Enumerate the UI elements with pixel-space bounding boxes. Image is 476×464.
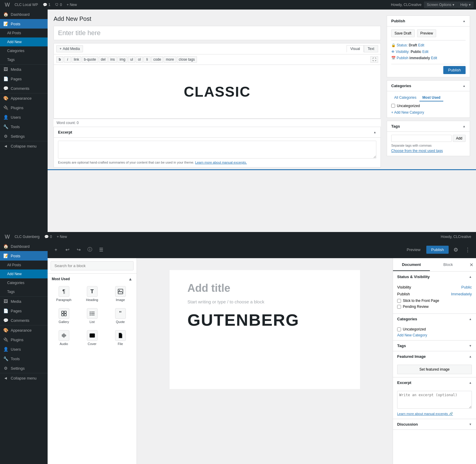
status-edit-link[interactable]: Edit — [418, 43, 424, 47]
gb-sidebar-add-new[interactable]: Add New — [0, 269, 48, 278]
gb-featured-image-header[interactable]: Featured Image — [393, 351, 476, 362]
visual-tab[interactable]: Visual — [347, 45, 364, 52]
gb-preview-button[interactable]: Preview — [403, 246, 424, 254]
post-title-input[interactable] — [54, 26, 381, 40]
gb-publish-button[interactable]: Publish — [426, 246, 449, 254]
italic-button[interactable]: i — [64, 56, 71, 63]
gb-sidebar-categories[interactable]: Categories — [0, 278, 48, 287]
sidebar-item-all-posts[interactable]: All Posts — [0, 29, 48, 37]
comments-link[interactable]: 🗨 0 — [53, 0, 64, 10]
gb-settings-toggle-button[interactable]: ⚙ — [451, 245, 461, 255]
gb-site-name-link[interactable]: CLC Gutenberg — [12, 232, 42, 242]
sidebar-item-settings[interactable]: ⚙ Settings — [0, 131, 48, 141]
publish-button[interactable]: Publish — [443, 66, 466, 74]
ol-button[interactable]: ol — [136, 56, 143, 63]
publish-panel-header[interactable]: Publish — [387, 16, 470, 26]
bold-button[interactable]: b — [56, 56, 63, 63]
sidebar-item-comments[interactable]: 💬 Comments — [0, 84, 48, 93]
gb-sidebar-pages[interactable]: 📄 Pages — [0, 306, 48, 316]
heading-block-item[interactable]: T Heading — [78, 283, 106, 305]
sidebar-item-tags[interactable]: Tags — [0, 55, 48, 64]
gb-excerpt-header[interactable]: Excerpt — [393, 377, 476, 388]
most-used-tab[interactable]: Most Used — [419, 94, 444, 101]
sidebar-item-dashboard[interactable]: 🏠 Dashboard — [0, 10, 48, 19]
sidebar-item-categories[interactable]: Categories — [0, 46, 48, 55]
gb-categories-header[interactable]: Categories — [393, 314, 476, 324]
ul-button[interactable]: ul — [128, 56, 135, 63]
sidebar-item-media[interactable]: 🖼 Media — [0, 65, 48, 74]
paragraph-block-item[interactable]: ¶ Paragraph — [50, 283, 78, 305]
gb-title-input[interactable] — [187, 282, 342, 294]
gb-tags-header[interactable]: Tags — [393, 341, 476, 351]
tags-header[interactable]: Tags — [387, 121, 470, 132]
bquote-button[interactable]: b-quote — [82, 56, 98, 63]
gb-block-tab[interactable]: Block — [430, 259, 467, 271]
block-section-collapse-button[interactable]: ▲ — [128, 277, 132, 281]
more-button[interactable]: more — [164, 56, 176, 63]
help-button[interactable]: Help ▾ — [457, 1, 474, 8]
gb-editor-area[interactable]: Start writing or type / to choose a bloc… — [137, 258, 393, 464]
set-featured-image-button[interactable]: Set featured image — [397, 365, 472, 374]
add-block-button[interactable]: + — [51, 245, 61, 255]
fullscreen-button[interactable]: ⛶ — [370, 56, 378, 63]
publish-value-link[interactable]: Immediately — [451, 292, 472, 296]
excerpt-learn-more-link[interactable]: Learn more about manual excerpts. — [195, 161, 247, 164]
gb-sidebar-appearance[interactable]: 🎨 Appearance — [0, 325, 48, 335]
list-view-button[interactable]: ☰ — [96, 245, 106, 255]
gb-sidebar-media[interactable]: 🖼 Media — [0, 297, 48, 306]
save-draft-button[interactable]: Save Draft — [391, 29, 415, 37]
gb-sidebar-plugins[interactable]: 🔌 Plugins — [0, 335, 48, 344]
gb-sidebar-tags[interactable]: Tags — [0, 287, 48, 296]
img-button[interactable]: img — [118, 56, 127, 63]
gb-sidebar-comments[interactable]: 💬 Comments — [0, 316, 48, 325]
gb-new-link[interactable]: + New — [54, 232, 69, 242]
link-button[interactable]: link — [72, 56, 81, 63]
gb-sidebar-all-posts[interactable]: All Posts — [0, 261, 48, 269]
screen-options-button[interactable]: Screen Options ▾ — [424, 1, 458, 8]
wp-logo-link[interactable]: W — [2, 0, 12, 10]
preview-button[interactable]: Preview — [417, 29, 436, 37]
publish-when-edit-link[interactable]: Edit — [431, 56, 437, 60]
gb-sidebar-close-button[interactable]: ✕ — [466, 258, 476, 271]
quote-block-item[interactable]: " Quote — [107, 305, 134, 327]
pending-review-checkbox[interactable] — [397, 305, 401, 309]
sidebar-item-collapse[interactable]: ◄ Collapse menu — [0, 141, 48, 151]
audio-block-item[interactable]: Audio — [50, 327, 78, 349]
new-post-link[interactable]: + New — [64, 0, 79, 10]
add-tag-button[interactable]: Add — [453, 135, 466, 142]
excerpt-textarea[interactable] — [58, 141, 376, 159]
info-button[interactable]: ⓘ — [85, 245, 95, 255]
add-media-button[interactable]: + Add Media — [56, 45, 83, 52]
all-categories-tab[interactable]: All Categories — [391, 94, 419, 101]
gb-notif-link[interactable]: 💬 0 — [42, 232, 54, 242]
gallery-block-item[interactable]: Gallery — [50, 305, 78, 327]
block-search-input[interactable] — [51, 261, 134, 270]
gb-sidebar-collapse[interactable]: ◄ Collapse menu — [0, 373, 48, 383]
gb-sidebar-users[interactable]: 👤 Users — [0, 344, 48, 354]
gb-uncategorized-checkbox[interactable] — [397, 327, 401, 331]
sidebar-item-pages[interactable]: 📄 Pages — [0, 74, 48, 84]
sidebar-item-posts[interactable]: 📝 Posts — [0, 19, 48, 29]
uncategorized-checkbox[interactable] — [391, 104, 395, 108]
visibility-value-link[interactable]: Public — [461, 285, 472, 289]
sidebar-item-users[interactable]: 👤 Users — [0, 112, 48, 122]
gb-wp-logo-link[interactable]: W — [2, 232, 12, 242]
li-button[interactable]: li — [143, 56, 151, 63]
sidebar-item-plugins[interactable]: 🔌 Plugins — [0, 103, 48, 112]
categories-header[interactable]: Categories — [387, 81, 470, 91]
gb-document-tab[interactable]: Document — [393, 259, 430, 271]
visibility-edit-link[interactable]: Edit — [422, 50, 429, 54]
gb-status-header[interactable]: Status & Visibility — [393, 272, 476, 282]
list-block-item[interactable]: List — [78, 305, 106, 327]
stick-front-checkbox[interactable] — [397, 299, 401, 303]
gb-block-placeholder[interactable]: Start writing or type / to choose a bloc… — [187, 299, 342, 304]
redo-button[interactable]: ↪ — [74, 245, 83, 255]
gb-sidebar-posts[interactable]: 📝 Posts — [0, 251, 48, 261]
sidebar-item-appearance[interactable]: 🎨 Appearance — [0, 93, 48, 103]
notif-comments-link[interactable]: 💬 1 — [40, 0, 53, 10]
gb-sidebar-settings[interactable]: ⚙ Settings — [0, 363, 48, 373]
gb-add-category-link[interactable]: Add New Category — [397, 333, 472, 337]
file-block-item[interactable]: File — [107, 327, 134, 349]
add-new-category-link[interactable]: + Add New Category — [391, 110, 466, 115]
site-name-link[interactable]: CLC Local WP — [12, 0, 40, 10]
